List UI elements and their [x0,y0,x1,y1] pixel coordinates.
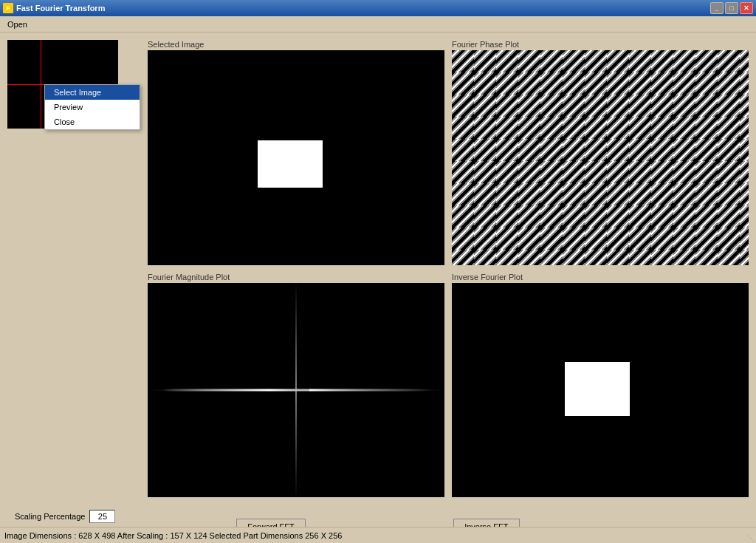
title-bar: F Fast Fourier Transform _ □ ✕ [0,0,756,16]
status-text: Image Dimensions : 628 X 498 After Scali… [4,531,342,540]
selected-image-container: Selected Image [148,40,444,265]
context-menu-select-image[interactable]: Select Image [45,85,140,100]
fourier-magnitude-label: Fourier Magnitude Plot [148,273,444,281]
context-menu-preview[interactable]: Preview [45,100,140,115]
fourier-phase-label: Fourier Phase Plot [452,40,749,49]
title-controls: _ □ ✕ [710,2,753,14]
close-button[interactable]: ✕ [740,2,753,14]
fourier-phase-container: Fourier Phase Plot [452,40,749,265]
right-panel: Selected Image Fourier Phase Plot Fourie… [148,40,749,497]
fourier-magnitude-container: Fourier Magnitude Plot [148,273,444,498]
menu-bar: Open [0,16,756,33]
status-bar: Image Dimensions : 628 X 498 After Scali… [0,527,756,543]
open-menu[interactable]: Open [3,18,32,30]
title-bar-left: F Fast Fourier Transform [3,3,105,13]
crosshair-vertical [41,40,41,129]
resize-grip[interactable]: ⋱ [746,533,756,543]
scaling-label: Scaling Percentage [15,512,85,521]
selected-image-label: Selected Image [148,40,444,49]
inverse-fourier-canvas [452,283,749,498]
context-menu: Select Image Preview Close [44,84,140,130]
context-menu-close[interactable]: Close [45,115,140,129]
fourier-phase-canvas [452,50,749,265]
main-content: Select Image Preview Close Selected Imag… [0,33,756,505]
fourier-magnitude-canvas [148,283,444,498]
inverse-fourier-label: Inverse Fourier Plot [452,273,749,281]
selected-image-rect [258,140,323,188]
inverse-fourier-container: Inverse Fourier Plot [452,273,749,498]
window-title: Fast Fourier Transform [16,4,105,13]
magnitude-h-line [162,389,430,391]
scaling-area: Scaling Percentage [15,510,115,523]
left-panel: Select Image Preview Close [7,40,140,497]
app-icon: F [3,3,13,13]
maximize-button[interactable]: □ [725,2,738,14]
minimize-button[interactable]: _ [710,2,724,14]
selected-image-canvas [148,50,444,265]
scaling-input[interactable] [89,510,115,523]
inverse-image-rect [565,362,630,416]
